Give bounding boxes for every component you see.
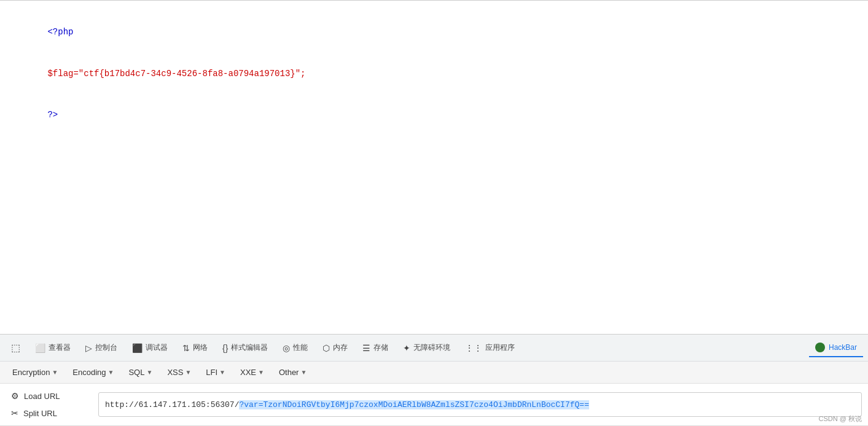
devtools-responsive-icon[interactable]: ⬚ <box>5 338 26 357</box>
xss-chevron-icon: ▼ <box>185 369 191 376</box>
url-plain-part: http://61.147.171.105:56307/ <box>105 400 239 409</box>
menu-encoding-label: Encoding <box>72 368 106 377</box>
tab-console-label: 控制台 <box>95 343 117 353</box>
hackbar-content: Encryption ▼ Encoding ▼ SQL ▼ XSS ▼ LFI … <box>0 362 868 426</box>
watermark: CSDN @ 秋说 <box>819 414 862 424</box>
tab-inspector[interactable]: ⬜ 查看器 <box>29 339 77 357</box>
tab-style-editor-label: 样式编辑器 <box>231 343 268 353</box>
encoding-chevron-icon: ▼ <box>108 369 114 376</box>
tab-performance[interactable]: ◎ 性能 <box>276 339 314 357</box>
php-open-tag: <?php <box>47 27 73 37</box>
tab-network-label: 网络 <box>193 343 208 353</box>
menu-encryption[interactable]: Encryption ▼ <box>6 365 64 379</box>
tab-storage-label: 存储 <box>373 343 388 353</box>
menu-xxe-label: XXE <box>240 368 256 377</box>
other-chevron-icon: ▼ <box>300 369 307 376</box>
split-url-label: Split URL <box>23 409 57 418</box>
tab-accessibility-label: 无障碍环境 <box>413 343 450 353</box>
lfi-chevron-icon: ▼ <box>219 369 225 376</box>
memory-icon: ⬡ <box>323 343 330 353</box>
php-semicolon: ; <box>300 69 305 79</box>
menu-other[interactable]: Other ▼ <box>273 365 313 379</box>
storage-icon: ☰ <box>362 343 370 353</box>
hackbar-url-row: ⚙ Load URL ✂ Split URL http://61.147.171… <box>0 384 868 425</box>
code-line-2: $flag="ctf{b17bd4c7-34c9-4526-8fa8-a0794… <box>17 53 851 94</box>
tab-debugger[interactable]: ⬛ 调试器 <box>126 339 174 357</box>
menu-xxe[interactable]: XXE ▼ <box>234 365 270 379</box>
php-variable: $flag= <box>47 69 78 79</box>
split-url-icon: ✂ <box>11 408 18 418</box>
tab-style-editor[interactable]: {} 样式编辑器 <box>216 339 274 357</box>
tab-memory[interactable]: ⬡ 内存 <box>316 339 354 357</box>
load-url-button[interactable]: ⚙ Load URL <box>6 389 92 403</box>
tab-console[interactable]: ▷ 控制台 <box>79 339 123 357</box>
url-actions: ⚙ Load URL ✂ Split URL <box>6 389 92 420</box>
tab-network[interactable]: ⇅ 网络 <box>176 339 214 357</box>
php-close-tag: ?> <box>47 110 58 120</box>
tab-storage[interactable]: ☰ 存储 <box>356 339 394 357</box>
devtools-toolbar: ⬚ ⬜ 查看器 ▷ 控制台 ⬛ 调试器 ⇅ 网络 {} 样式编辑器 ◎ 性能 ⬡… <box>0 335 868 362</box>
menu-xss[interactable]: XSS ▼ <box>161 365 197 379</box>
tab-inspector-label: 查看器 <box>49 343 71 353</box>
responsive-icon: ⬚ <box>11 342 20 354</box>
code-area: <?php $flag="ctf{b17bd4c7-34c9-4526-8fa8… <box>0 1 868 335</box>
url-highlighted-part: ?var=TzorNDoiRGVtbyI6Mjp7czoxMDoiAERlbW8… <box>239 400 589 409</box>
network-icon: ⇅ <box>182 343 190 353</box>
menu-encryption-label: Encryption <box>12 368 50 377</box>
tab-hackbar-label: HackBar <box>829 343 857 352</box>
split-url-button[interactable]: ✂ Split URL <box>6 406 92 420</box>
tab-memory-label: 内存 <box>333 343 348 353</box>
tab-accessibility[interactable]: ✦ 无障碍环境 <box>397 339 456 357</box>
hackbar-icon <box>815 343 825 352</box>
encryption-chevron-icon: ▼ <box>52 369 58 376</box>
load-url-icon: ⚙ <box>11 391 19 401</box>
inspector-icon: ⬜ <box>35 343 45 353</box>
performance-icon: ◎ <box>283 343 290 353</box>
style-editor-icon: {} <box>222 343 228 353</box>
sql-chevron-icon: ▼ <box>146 369 152 376</box>
xxe-chevron-icon: ▼ <box>258 369 264 376</box>
php-string: "ctf{b17bd4c7-34c9-4526-8fa8-a0794a19701… <box>79 69 300 79</box>
menu-xss-label: XSS <box>167 368 183 377</box>
code-line-3: ?> <box>17 94 851 135</box>
menu-sql[interactable]: SQL ▼ <box>122 365 158 379</box>
menu-encoding[interactable]: Encoding ▼ <box>66 365 120 379</box>
tab-applications-label: 应用程序 <box>485 343 515 353</box>
debugger-icon: ⬛ <box>132 343 143 353</box>
url-input[interactable]: http://61.147.171.105:56307/?var=TzorNDo… <box>98 392 862 417</box>
tab-debugger-label: 调试器 <box>146 343 168 353</box>
code-line-1: <?php <box>17 12 851 53</box>
tab-applications[interactable]: ⋮⋮ 应用程序 <box>459 339 521 357</box>
menu-lfi-label: LFI <box>206 368 217 377</box>
applications-icon: ⋮⋮ <box>465 343 482 353</box>
tab-hackbar[interactable]: HackBar <box>809 339 863 357</box>
hackbar-menubar: Encryption ▼ Encoding ▼ SQL ▼ XSS ▼ LFI … <box>0 362 868 384</box>
menu-sql-label: SQL <box>128 368 144 377</box>
watermark-text: CSDN @ 秋说 <box>819 415 862 422</box>
menu-lfi[interactable]: LFI ▼ <box>200 365 232 379</box>
menu-other-label: Other <box>279 368 299 377</box>
tab-performance-label: 性能 <box>293 343 308 353</box>
load-url-label: Load URL <box>24 392 60 401</box>
console-icon: ▷ <box>85 343 92 353</box>
accessibility-icon: ✦ <box>403 343 410 353</box>
